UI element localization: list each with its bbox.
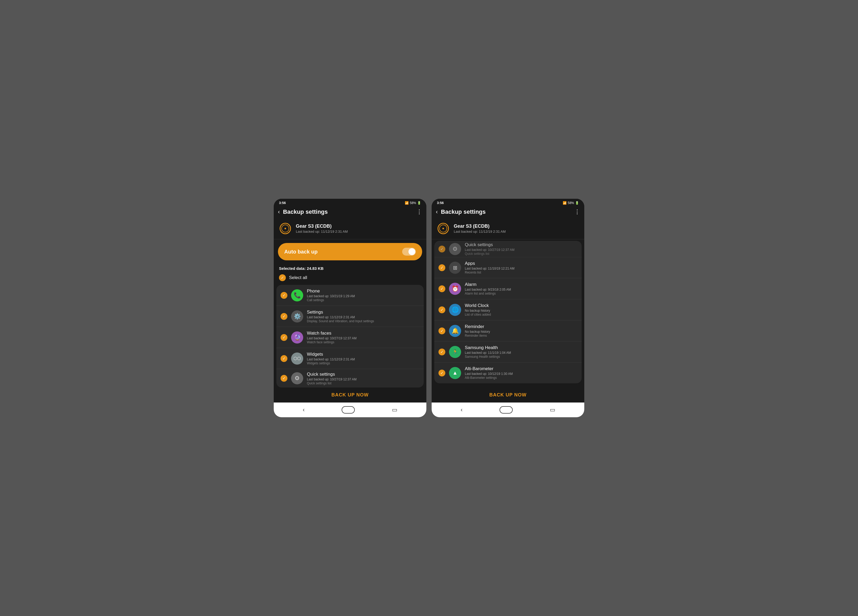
time-left: 3:56 xyxy=(279,201,286,205)
phone-backup: Last backed up: 10/21/19 1:29 AM xyxy=(307,294,420,298)
time-right: 3:56 xyxy=(437,201,444,205)
more-menu-left[interactable]: ⋮ xyxy=(417,208,422,215)
nav-back-right[interactable]: ‹ xyxy=(460,406,462,413)
back-button-right[interactable]: ‹ xyxy=(436,208,438,215)
list-item[interactable]: ✓ 🌐 World Clock No backup history List o… xyxy=(434,299,582,320)
select-all-label: Select all xyxy=(289,275,307,280)
widgets-backup: Last backed up: 11/12/19 2:31 AM xyxy=(307,358,420,361)
alti-details: Alti-Barometer Last backed up: 10/12/19 … xyxy=(465,366,577,380)
list-item[interactable]: ✓ ⬡⬡ Widgets Last backed up: 11/12/19 2:… xyxy=(276,348,424,369)
status-icons-right: 📶 58% 🔋 xyxy=(563,201,579,205)
alarm-desc: Alarm list and settings xyxy=(465,292,577,296)
alarm-name: Alarm xyxy=(465,282,577,287)
quicksettings-icon: ⚙ xyxy=(291,372,303,384)
nav-recents-left[interactable]: ▭ xyxy=(392,406,398,413)
settings-name: Settings xyxy=(307,310,420,315)
alti-desc: Alti-Barometer settings xyxy=(465,376,577,380)
back-button-left[interactable]: ‹ xyxy=(278,208,280,215)
signal-icon: 📶 xyxy=(405,201,409,205)
health-desc: Samsung Health settings xyxy=(465,355,577,359)
quicksettings-name: Quick settings xyxy=(307,372,420,377)
device-info-left: Gear S3 (ECDB) Last backed up: 11/12/19 … xyxy=(274,218,426,239)
item-check-alarm: ✓ xyxy=(438,285,445,292)
reminder-icon: 🔔 xyxy=(449,325,461,337)
phone-details: Phone Last backed up: 10/21/19 1:29 AM C… xyxy=(307,289,420,302)
alarm-details: Alarm Last backed up: 9/23/18 2:05 AM Al… xyxy=(465,282,577,296)
device-details-left: Gear S3 (ECDB) Last backed up: 11/12/19 … xyxy=(296,224,348,233)
alti-icon: ▲ xyxy=(449,367,461,379)
items-list-right: ✓ ⚙ Quick settings Last backed up: 10/27… xyxy=(434,241,582,383)
apps-icon: ⊞ xyxy=(449,262,461,274)
backup-btn-left[interactable]: BACK UP NOW xyxy=(274,387,426,403)
list-item[interactable]: ✓ 🔔 Reminder No backup history Reminder … xyxy=(434,320,582,341)
nav-home-right[interactable] xyxy=(499,406,513,414)
right-phone: 3:56 📶 58% 🔋 ‹ Backup settings ⋮ xyxy=(432,199,584,417)
worldclock-desc: List of cities added xyxy=(465,313,577,316)
item-check-worldclock: ✓ xyxy=(438,306,445,313)
list-item[interactable]: ✓ ⏰ Alarm Last backed up: 9/23/18 2:05 A… xyxy=(434,278,582,299)
list-item[interactable]: ✓ 🏃 Samsung Health Last backed up: 11/1/… xyxy=(434,341,582,362)
health-name: Samsung Health xyxy=(465,345,577,350)
widgets-details: Widgets Last backed up: 11/12/19 2:31 AM… xyxy=(307,352,420,365)
auto-backup-toggle[interactable]: Auto back up xyxy=(278,243,422,260)
reminder-backup: No backup history xyxy=(465,330,577,333)
list-item[interactable]: ✓ ⊞ Apps Last backed up: 11/10/19 12:21 … xyxy=(434,257,582,278)
svg-point-2 xyxy=(284,228,286,229)
signal-icon-right: 📶 xyxy=(563,201,567,205)
backup-btn-text-right: BACK UP NOW xyxy=(489,392,527,398)
apps-backup: Last backed up: 11/10/19 12:21 AM xyxy=(465,267,577,271)
list-item[interactable]: ✓ 🔮 Watch faces Last backed up: 10/27/19… xyxy=(276,327,424,348)
select-all-row[interactable]: ✓ Select all xyxy=(274,272,426,285)
health-details: Samsung Health Last backed up: 11/1/19 1… xyxy=(465,345,577,359)
item-check-widgets: ✓ xyxy=(281,355,288,362)
watchfaces-name: Watch faces xyxy=(307,331,420,336)
status-bar-left: 3:56 📶 58% 🔋 xyxy=(274,199,426,206)
list-item[interactable]: ✓ ⚙ Quick settings Last backed up: 10/27… xyxy=(276,369,424,387)
alti-name: Alti-Barometer xyxy=(465,366,577,372)
reminder-desc: Reminder items xyxy=(465,334,577,338)
worldclock-icon: 🌐 xyxy=(449,304,461,316)
apps-name: Apps xyxy=(465,261,577,266)
device-info-right: Gear S3 (ECDB) Last backed up: 11/12/19 … xyxy=(432,218,584,239)
health-icon: 🏃 xyxy=(449,346,461,358)
item-check-phone: ✓ xyxy=(281,292,288,299)
list-item[interactable]: ✓ 📞 Phone Last backed up: 10/21/19 1:29 … xyxy=(276,285,424,306)
list-item[interactable]: ✓ ▲ Alti-Barometer Last backed up: 10/12… xyxy=(434,362,582,383)
toggle-switch[interactable] xyxy=(402,248,416,256)
nav-recents-right[interactable]: ▭ xyxy=(550,406,555,413)
qs-details2: Quick settings Last backed up: 10/27/19 … xyxy=(465,242,577,256)
item-check-apps: ✓ xyxy=(438,264,445,271)
worldclock-name: World Clock xyxy=(465,303,577,308)
watchfaces-backup: Last backed up: 10/27/19 12:37 AM xyxy=(307,336,420,340)
item-check-watchfaces: ✓ xyxy=(281,334,288,341)
item-check-health: ✓ xyxy=(438,348,445,355)
worldclock-details: World Clock No backup history List of ci… xyxy=(465,303,577,316)
phone-icon: 📞 xyxy=(291,289,303,302)
backup-btn-text-left: BACK UP NOW xyxy=(331,392,369,398)
list-item[interactable]: ✓ ⚙️ Settings Last backed up: 11/12/19 2… xyxy=(276,306,424,327)
selected-data: Selected data: 24.83 KB xyxy=(274,264,426,272)
battery-icon: 🔋 xyxy=(417,201,421,205)
backup-btn-right[interactable]: BACK UP NOW xyxy=(432,387,584,403)
alarm-backup: Last backed up: 9/23/18 2:05 AM xyxy=(465,288,577,291)
device-icon-right xyxy=(437,222,449,235)
nav-back-left[interactable]: ‹ xyxy=(303,406,305,413)
quicksettings-desc: Quick settings list xyxy=(307,381,420,385)
nav-home-left[interactable] xyxy=(342,406,355,414)
item-check-settings: ✓ xyxy=(281,313,288,320)
page-title-left: Backup settings xyxy=(283,208,413,215)
reminder-details: Reminder No backup history Reminder item… xyxy=(465,324,577,338)
left-phone: 3:56 📶 58% 🔋 ‹ Backup settings ⋮ xyxy=(274,199,426,417)
list-item[interactable]: ✓ ⚙ Quick settings Last backed up: 10/27… xyxy=(434,241,582,257)
top-bar-right: ‹ Backup settings ⋮ xyxy=(432,206,584,218)
more-menu-right[interactable]: ⋮ xyxy=(574,208,580,215)
watchfaces-icon: 🔮 xyxy=(291,331,303,344)
watchfaces-desc: Watch face settings xyxy=(307,341,420,344)
bottom-nav-left: ‹ ▭ xyxy=(274,403,426,417)
settings-details: Settings Last backed up: 11/12/19 2:31 A… xyxy=(307,310,420,323)
battery-right: 58% xyxy=(568,201,574,205)
select-all-check: ✓ xyxy=(279,274,286,281)
apps-details: Apps Last backed up: 11/10/19 12:21 AM R… xyxy=(465,261,577,274)
qs-desc2: Quick settings list xyxy=(465,252,577,256)
battery-icon-right: 🔋 xyxy=(575,201,579,205)
